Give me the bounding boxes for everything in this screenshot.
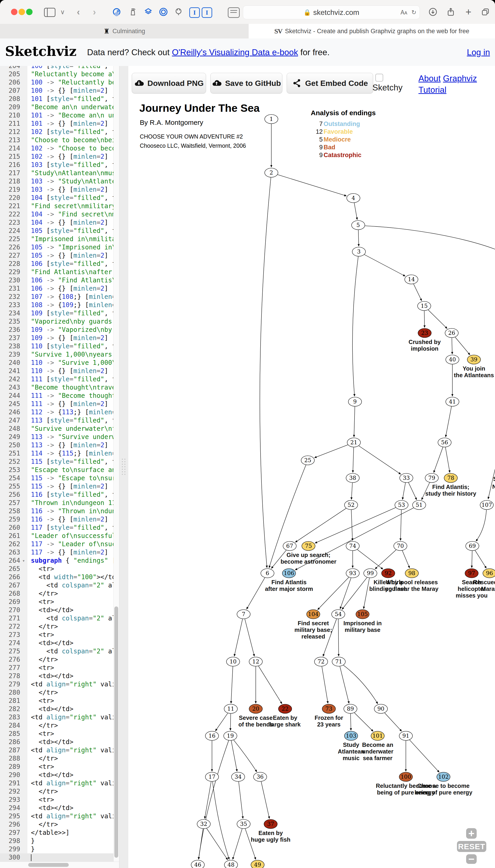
save-to-github-button[interactable]: Save to GitHub bbox=[210, 73, 282, 93]
graph-ending-label: Whirlpool releases bbox=[386, 579, 438, 585]
sidebar-icon[interactable] bbox=[44, 8, 55, 17]
graph-node-number: 100 bbox=[400, 774, 411, 780]
editor-line: 255 115 -> {} [minlen=2] bbox=[0, 482, 119, 491]
zoom-out-button[interactable]: − bbox=[466, 854, 477, 864]
editor-line: 276 </tr> bbox=[0, 655, 119, 664]
graph-node-number: 23 bbox=[421, 330, 428, 336]
fullscreen-window-icon[interactable] bbox=[26, 9, 33, 15]
graph-node-number: 17 bbox=[208, 774, 216, 780]
code-editor[interactable]: 204 100 [style="filled", f205 "Reluctant… bbox=[0, 66, 119, 868]
translate-icon[interactable]: 🗛 bbox=[400, 9, 407, 16]
tab-culminating[interactable]: ♜ Culminating bbox=[0, 24, 249, 38]
editor-line: 251 114 -> {115;} [minlen= bbox=[0, 449, 119, 458]
graph-edge bbox=[354, 203, 357, 220]
download-png-button[interactable]: Download PNG bbox=[132, 73, 206, 93]
back-icon[interactable]: ‹ bbox=[74, 7, 83, 17]
box-extension-icon[interactable] bbox=[143, 7, 153, 17]
minimize-window-icon[interactable] bbox=[19, 9, 25, 15]
plug-extension-icon[interactable] bbox=[174, 7, 183, 17]
graph-node-number: 78 bbox=[447, 475, 455, 481]
editor-line: 296 </tr> bbox=[0, 820, 119, 829]
tab-sketchviz[interactable]: SV Sketchviz - Create and publish Graphv… bbox=[249, 24, 495, 38]
graph-edge bbox=[277, 175, 346, 196]
editor-line: 248 "Survive underwater\nf bbox=[0, 425, 119, 433]
graph-clipped-label: N bbox=[492, 483, 495, 490]
reload-icon[interactable]: ↻ bbox=[411, 9, 416, 16]
zoom-in-button[interactable]: + bbox=[466, 828, 477, 839]
get-embed-code-label: Get Embed Code bbox=[305, 79, 368, 88]
cloud-download-icon bbox=[134, 78, 144, 88]
reader-list-icon[interactable] bbox=[228, 7, 240, 18]
graph-edge bbox=[261, 782, 270, 819]
editor-horizontal-scrollbar-thumb[interactable] bbox=[28, 863, 69, 867]
tab-overview-icon[interactable] bbox=[480, 7, 491, 17]
graph-ending-label: Frozen for bbox=[315, 714, 343, 721]
graph-ending-label: become astronomer bbox=[280, 559, 337, 565]
editor-line: 271 <td colspan="2" al bbox=[0, 614, 119, 622]
graphviz-link[interactable]: Graphviz bbox=[443, 74, 477, 83]
new-tab-icon[interactable]: + bbox=[463, 7, 474, 17]
onepassword-icon[interactable] bbox=[158, 7, 168, 17]
instapaper-icon[interactable]: I bbox=[189, 7, 200, 18]
editor-line: 299 } bbox=[0, 845, 119, 853]
graph-node-number: 3 bbox=[357, 248, 360, 255]
editor-line: 211 101 -> {} [minlen=2] bbox=[0, 120, 119, 128]
about-link[interactable]: About bbox=[419, 74, 441, 83]
editor-line: 267 <td colspan="2" al bbox=[0, 581, 119, 589]
editor-line: 272 </tr> bbox=[0, 622, 119, 631]
editor-line: 215 102 -> {} [minlen=2] bbox=[0, 153, 119, 161]
graph-edge bbox=[375, 550, 396, 569]
chevron-down-icon[interactable]: ∨ bbox=[59, 7, 66, 17]
editor-line: 295 <td align="right" vali bbox=[0, 812, 119, 820]
doc-links: About Graphviz Tutorial bbox=[419, 73, 477, 96]
ebook-link[interactable]: O'Reilly's Visualizing Data e-book bbox=[172, 48, 298, 57]
graph-ending-label: music bbox=[343, 755, 360, 761]
editor-line: 274 <td></td> bbox=[0, 639, 119, 647]
graph-edge bbox=[354, 407, 355, 437]
login-link[interactable]: Log in bbox=[467, 48, 490, 57]
graph-node-number: 39 bbox=[471, 356, 478, 363]
graph-edge-clipped bbox=[365, 226, 495, 249]
cleaner-extension-icon[interactable] bbox=[128, 7, 137, 17]
graph-ending-label: Severe case bbox=[239, 714, 272, 721]
graph-edge bbox=[408, 482, 416, 500]
graph-canvas[interactable]: 1245314152326403994121562538337978525351… bbox=[127, 99, 495, 868]
address-bar[interactable]: 🔒 sketchviz.com 🗛 ↻ bbox=[243, 5, 420, 19]
editor-line: 222 104 -> "Find secret\nm bbox=[0, 210, 119, 218]
instapaper-icon-2[interactable]: I bbox=[202, 7, 212, 18]
editor-line: 258 116 -> "Thrown in\ndun bbox=[0, 507, 119, 515]
graph-edge bbox=[433, 447, 443, 473]
graph-node-number: 15 bbox=[421, 303, 428, 309]
graph-edge bbox=[353, 447, 354, 473]
share-icon[interactable] bbox=[445, 7, 456, 17]
editor-line: 257 "Thrown in\ndungeon 11 bbox=[0, 499, 119, 507]
graph-edge bbox=[199, 741, 228, 859]
sketchy-checkbox[interactable] bbox=[375, 74, 383, 82]
graph-ending-label: Find secret bbox=[298, 620, 329, 626]
graph-ending-label: Maray bbox=[481, 586, 495, 592]
editor-line: 225 "Imprisoned in\nmilita bbox=[0, 235, 119, 243]
graph-node-number: 75 bbox=[305, 543, 312, 549]
editor-vertical-scrollbar-thumb[interactable] bbox=[114, 606, 118, 858]
forward-icon[interactable]: › bbox=[90, 7, 99, 17]
tutorial-link[interactable]: Tutorial bbox=[419, 85, 446, 94]
graph-edge bbox=[234, 619, 242, 656]
zoom-reset-button[interactable]: RESET bbox=[457, 841, 486, 852]
graph-ending-label: Eaten by bbox=[258, 830, 283, 836]
editor-line: 266 <td width="100"></td bbox=[0, 573, 119, 581]
site-logo[interactable]: Sketchviz bbox=[5, 43, 76, 59]
editor-line: 204 100 [style="filled", f bbox=[0, 66, 119, 70]
graph-ending-label: Choose to become bbox=[417, 783, 470, 789]
close-window-icon[interactable] bbox=[11, 9, 17, 15]
graph-edge bbox=[385, 713, 402, 731]
tab-strip: ♜ Culminating SV Sketchviz - Create and … bbox=[0, 24, 495, 39]
graph-edge bbox=[245, 829, 256, 859]
graph-node-number: 49 bbox=[254, 862, 261, 868]
graph-ending-label: large shark bbox=[270, 721, 301, 728]
graph-node-number: 33 bbox=[403, 475, 410, 481]
editor-line: 236 109 -> "Vaporized\nby bbox=[0, 326, 119, 334]
downloads-icon[interactable] bbox=[428, 7, 438, 17]
get-embed-code-button[interactable]: Get Embed Code bbox=[287, 73, 373, 93]
graph-node-number: 41 bbox=[449, 398, 456, 405]
timer-extension-icon[interactable] bbox=[112, 7, 121, 17]
